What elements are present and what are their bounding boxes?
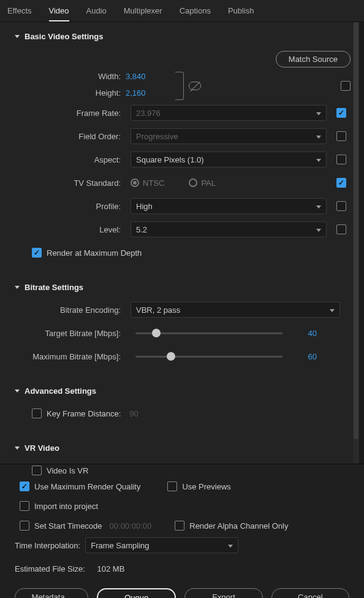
render-max-depth-label: Render at Maximum Depth — [47, 248, 142, 258]
tvstd-match-checkbox[interactable] — [336, 178, 346, 188]
bitrate-encoding-label: Bitrate Encoding: — [12, 305, 126, 315]
video-is-vr-checkbox[interactable] — [32, 466, 42, 475]
render-alpha-only-label: Render Alpha Channel Only — [189, 521, 288, 531]
export-tabs: Effects Video Audio Multiplexer Captions… — [0, 0, 364, 22]
slider-thumb[interactable] — [152, 329, 161, 337]
chevron-down-icon[interactable] — [15, 447, 20, 450]
fieldorder-label: Field Order: — [12, 132, 126, 141]
chevron-down-icon — [330, 309, 335, 312]
section-title-vr: VR Video — [25, 443, 59, 453]
dimension-link-bracket — [175, 72, 184, 100]
unlink-icon[interactable] — [189, 82, 201, 90]
width-label: Width: — [12, 72, 126, 81]
aspect-label: Aspect: — [12, 155, 126, 164]
queue-button[interactable]: Queue — [97, 588, 176, 598]
render-max-depth-checkbox[interactable] — [32, 248, 42, 258]
chevron-down-icon — [316, 229, 321, 232]
chevron-down-icon — [316, 159, 321, 162]
bitrate-section: Bitrate Settings Bitrate Encoding: VBR, … — [7, 273, 355, 377]
aspect-select[interactable]: Square Pixels (1.0) — [131, 151, 327, 167]
profile-label: Profile: — [12, 202, 126, 211]
tab-effects[interactable]: Effects — [7, 6, 32, 21]
basic-video-section: Basic Video Settings Match Source Width:… — [7, 22, 355, 273]
scrollbar-thumb[interactable] — [354, 22, 358, 439]
level-select[interactable]: 5.2 — [131, 221, 327, 237]
export-button[interactable]: Export — [184, 588, 262, 598]
cancel-button[interactable]: Cancel — [271, 588, 349, 598]
pal-label: PAL — [201, 178, 216, 188]
ntsc-label: NTSC — [143, 178, 164, 188]
profile-match-checkbox[interactable] — [336, 201, 346, 211]
section-title-advanced: Advanced Settings — [25, 386, 96, 396]
target-bitrate-label: Target Bitrate [Mbps]: — [12, 329, 126, 338]
chevron-down-icon — [316, 112, 321, 115]
import-project-checkbox[interactable] — [20, 501, 29, 511]
slider-thumb[interactable] — [167, 352, 175, 361]
target-bitrate-value[interactable]: 40 — [292, 329, 317, 338]
chevron-down-icon[interactable] — [15, 286, 20, 289]
section-title-bitrate: Bitrate Settings — [25, 283, 83, 292]
pal-radio[interactable] — [189, 178, 197, 187]
video-is-vr-label: Video Is VR — [47, 466, 88, 475]
section-title-basic: Basic Video Settings — [25, 32, 103, 41]
time-interpolation-select[interactable]: Frame Sampling — [85, 537, 238, 553]
framerate-label: Frame Rate: — [12, 109, 126, 118]
match-source-button[interactable]: Match Source — [276, 51, 351, 67]
height-label: Height: — [12, 88, 126, 98]
chevron-down-icon[interactable] — [15, 389, 20, 393]
set-start-timecode-label: Set Start Timecode — [34, 521, 102, 531]
vr-section: VR Video Video Is VR — [7, 434, 355, 491]
bitrate-encoding-select[interactable]: VBR, 2 pass — [131, 302, 340, 318]
keyframe-distance-label: Key Frame Distance: — [47, 409, 121, 418]
keyframe-distance-value: 90 — [129, 409, 138, 418]
fieldorder-match-checkbox[interactable] — [336, 131, 346, 141]
render-alpha-only-checkbox[interactable] — [175, 521, 184, 531]
aspect-match-checkbox[interactable] — [336, 155, 346, 164]
set-start-timecode-checkbox[interactable] — [20, 521, 29, 531]
import-project-label: Import into project — [34, 502, 98, 511]
profile-select[interactable]: High — [131, 198, 327, 214]
tab-video[interactable]: Video — [49, 6, 69, 21]
target-bitrate-slider[interactable] — [135, 332, 282, 334]
max-bitrate-label: Maximum Bitrate [Mbps]: — [12, 352, 126, 361]
chevron-down-icon — [316, 205, 321, 209]
framerate-match-checkbox[interactable] — [336, 108, 346, 118]
chevron-down-icon — [228, 545, 233, 548]
tab-captions[interactable]: Captions — [180, 6, 211, 21]
tab-audio[interactable]: Audio — [86, 6, 107, 21]
max-bitrate-value[interactable]: 60 — [292, 352, 317, 361]
tvstd-label: TV Standard: — [12, 178, 126, 188]
level-match-checkbox[interactable] — [336, 224, 346, 234]
scrollbar[interactable] — [353, 22, 359, 464]
tab-publish[interactable]: Publish — [228, 6, 254, 21]
dimensions-match-checkbox[interactable] — [341, 81, 351, 91]
estimated-size-label: Estimated File Size: — [15, 564, 85, 573]
framerate-select[interactable]: 23.976 — [131, 105, 327, 121]
ntsc-radio[interactable] — [131, 178, 139, 187]
start-timecode-value: 00:00:00:00 — [110, 521, 152, 531]
keyframe-distance-checkbox[interactable] — [32, 408, 42, 418]
height-value[interactable]: 2,160 — [126, 88, 146, 98]
level-label: Level: — [12, 225, 126, 234]
width-value[interactable]: 3,840 — [126, 72, 146, 81]
metadata-button[interactable]: Metadata... — [15, 588, 88, 598]
max-bitrate-slider[interactable] — [135, 356, 282, 358]
advanced-section: Advanced Settings Key Frame Distance: 90 — [7, 377, 355, 434]
chevron-down-icon[interactable] — [15, 35, 20, 38]
time-interpolation-label: Time Interpolation: — [15, 541, 80, 550]
chevron-down-icon — [316, 136, 321, 139]
video-settings-panel: Basic Video Settings Match Source Width:… — [0, 22, 364, 464]
fieldorder-select[interactable]: Progressive — [131, 128, 327, 144]
estimated-size-value: 102 MB — [97, 564, 125, 573]
tab-multiplexer[interactable]: Multiplexer — [124, 6, 162, 21]
